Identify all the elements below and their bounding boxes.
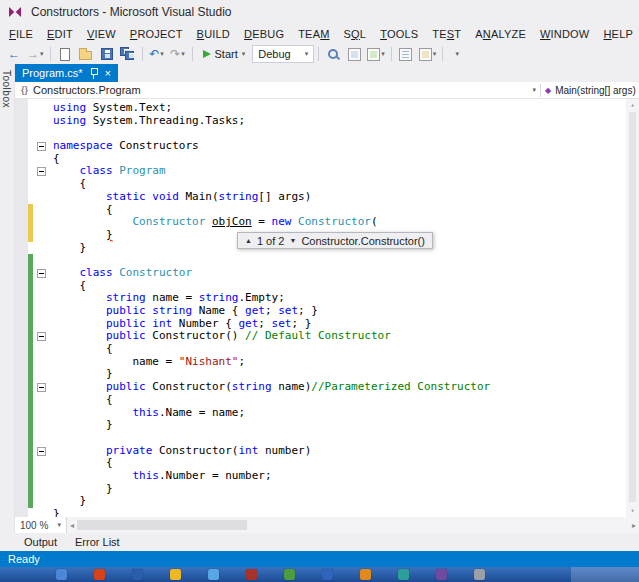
- taskbar-app-icon[interactable]: [132, 569, 143, 580]
- taskbar-app-icon[interactable]: [170, 569, 181, 580]
- code-line[interactable]: }: [15, 508, 626, 517]
- close-icon[interactable]: ×: [105, 68, 111, 79]
- find-in-files-button[interactable]: [323, 45, 343, 63]
- glyph-margin: [15, 267, 28, 280]
- menu-item-debug[interactable]: DEBUG: [237, 25, 291, 43]
- menu-item-team[interactable]: TEAM: [291, 25, 336, 43]
- outlining-margin: [33, 419, 53, 432]
- taskbar-app-icon[interactable]: [398, 569, 409, 580]
- pin-icon[interactable]: [90, 68, 98, 79]
- chevron-down-icon: ▾: [433, 50, 437, 58]
- taskbar-app-icon[interactable]: [474, 569, 485, 580]
- navigate-forward-button[interactable]: →▾: [25, 45, 46, 63]
- scroll-down-icon[interactable]: ▾: [630, 507, 634, 515]
- taskbar-app-icon[interactable]: [94, 569, 105, 580]
- object-browser-button[interactable]: ▾: [417, 45, 439, 63]
- toolbar-options-button[interactable]: ▾: [447, 45, 467, 63]
- solution-explorer-button[interactable]: [344, 45, 364, 63]
- fold-collapse-box[interactable]: [37, 447, 46, 456]
- outlining-margin: [33, 115, 53, 128]
- menu-item-test[interactable]: TEST: [425, 25, 468, 43]
- glyph-margin: [15, 432, 28, 445]
- visual-studio-logo-icon: [7, 4, 23, 20]
- properties-window-button[interactable]: [396, 45, 416, 63]
- horizontal-scrollbar-thumb[interactable]: [77, 520, 247, 530]
- navigate-backward-button[interactable]: ←: [4, 45, 24, 63]
- tab-error-list[interactable]: Error List: [67, 534, 128, 550]
- menu-item-build[interactable]: BUILD: [190, 25, 237, 43]
- glyph-margin: [15, 115, 28, 128]
- code-line[interactable]: }: [15, 495, 626, 508]
- signature-text: Constructor.Constructor(): [301, 235, 424, 247]
- menu-item-file[interactable]: FILE: [2, 25, 40, 43]
- signature-up-icon[interactable]: ▲: [245, 237, 252, 244]
- code-text: class Constructor: [53, 267, 626, 280]
- fold-collapse-box[interactable]: [37, 167, 46, 176]
- member-dropdown[interactable]: ◆ Main(string[] args): [541, 85, 639, 96]
- code-line[interactable]: class Constructor: [15, 267, 626, 280]
- vertical-scrollbar[interactable]: ▴ ▾: [626, 99, 639, 517]
- zoom-control[interactable]: 100 % ▾: [15, 517, 67, 533]
- glyph-margin: [15, 419, 28, 432]
- zoom-value: 100 %: [20, 520, 48, 531]
- menu-item-project[interactable]: PROJECT: [123, 25, 190, 43]
- signature-down-icon[interactable]: ▼: [289, 237, 296, 244]
- tab-program-cs[interactable]: Program.cs* ×: [15, 64, 118, 82]
- undo-button[interactable]: ↶▾: [147, 45, 167, 63]
- fold-collapse-box[interactable]: [37, 269, 46, 278]
- code-line[interactable]: namespace Constructors: [15, 140, 626, 153]
- start-debug-button[interactable]: Start ▾: [197, 45, 252, 63]
- open-file-button[interactable]: [76, 45, 96, 63]
- code-editor[interactable]: using System.Text;using System.Threading…: [15, 99, 639, 517]
- menu-item-window[interactable]: WINDOW: [533, 25, 596, 43]
- menu-item-view[interactable]: VIEW: [80, 25, 123, 43]
- fold-collapse-box[interactable]: [37, 332, 46, 341]
- menu-item-edit[interactable]: EDIT: [40, 25, 80, 43]
- system-tray[interactable]: [571, 567, 639, 582]
- outlining-margin: [33, 470, 53, 483]
- menu-item-tools[interactable]: TOOLS: [373, 25, 425, 43]
- taskbar-app-icon[interactable]: [360, 569, 371, 580]
- fold-collapse-box[interactable]: [37, 383, 46, 392]
- new-file-button[interactable]: [55, 45, 75, 63]
- outlining-margin: [33, 445, 53, 458]
- menu-item-help[interactable]: HELP: [596, 25, 639, 43]
- redo-button[interactable]: ↷▾: [168, 45, 188, 63]
- scroll-up-icon[interactable]: ▴: [630, 101, 634, 109]
- taskbar-app-icon[interactable]: [436, 569, 447, 580]
- save-button[interactable]: [97, 45, 117, 63]
- save-all-button[interactable]: [118, 45, 138, 63]
- windows-taskbar[interactable]: [0, 567, 639, 582]
- taskbar-app-icon[interactable]: [322, 569, 333, 580]
- code-line[interactable]: using System.Threading.Tasks;: [15, 115, 626, 128]
- toolbar-separator: [318, 47, 319, 61]
- toolbox-tab[interactable]: Toolbox: [1, 64, 12, 108]
- fold-collapse-box[interactable]: [37, 142, 46, 151]
- properties-window-icon: [399, 48, 412, 61]
- glyph-margin: [15, 330, 28, 343]
- vertical-scrollbar-thumb[interactable]: [629, 112, 636, 502]
- toolbar-separator: [142, 47, 143, 61]
- glyph-margin: [15, 178, 28, 191]
- side-dock-strip: Toolbox: [0, 64, 15, 533]
- menu-item-sql[interactable]: SQL: [337, 25, 374, 43]
- team-explorer-icon: [367, 48, 380, 61]
- chevron-down-icon: ▾: [181, 50, 185, 58]
- taskbar-app-icon[interactable]: [284, 569, 295, 580]
- code-line[interactable]: }: [15, 483, 626, 496]
- solution-configuration-combo[interactable]: Debug ▾: [252, 45, 314, 63]
- code-text: private Constructor(int number): [53, 445, 626, 458]
- outlining-margin: [33, 280, 53, 293]
- method-icon: ◆: [545, 86, 551, 95]
- code-line[interactable]: class Program: [15, 165, 626, 178]
- code-line[interactable]: }: [15, 419, 626, 432]
- taskbar-app-icon[interactable]: [56, 569, 67, 580]
- scroll-right-icon[interactable]: ▸: [629, 521, 639, 530]
- tab-output[interactable]: Output: [16, 534, 65, 550]
- menu-item-analyze[interactable]: ANALYZE: [468, 25, 533, 43]
- taskbar-app-icon[interactable]: [246, 569, 257, 580]
- type-dropdown[interactable]: {} Constructors.Program ▾: [15, 84, 540, 96]
- team-explorer-button[interactable]: ▾: [365, 45, 387, 63]
- taskbar-app-icon[interactable]: [208, 569, 219, 580]
- scroll-left-icon[interactable]: ◂: [67, 521, 77, 530]
